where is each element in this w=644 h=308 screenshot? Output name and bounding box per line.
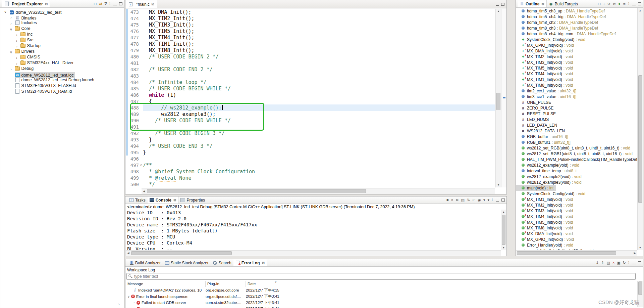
clear-log-icon[interactable]: ▤ <box>606 261 610 265</box>
code-line[interactable]: 492 /* USER CODE BEGIN 3 */ <box>126 130 495 136</box>
code-line[interactable]: 484 /* Infinite loop */ <box>126 79 495 85</box>
line-number[interactable]: 485 <box>128 86 140 91</box>
expander-icon[interactable]: ∨ <box>9 50 13 54</box>
line-number[interactable]: 497 <box>128 163 140 168</box>
outline-item[interactable]: RGB_buffur : uint16_t[] <box>516 134 637 139</box>
code-line[interactable]: 495 } <box>126 149 495 156</box>
tree-item[interactable]: › CMSIS <box>1 54 123 60</box>
column-header-date[interactable]: Date∨ <box>246 281 281 287</box>
outline-item[interactable]: hdma_tim5_ch4_trig : DMA_HandleTypeDef <box>516 14 637 19</box>
code-line[interactable]: 485 /* USER CODE BEGIN WHILE */ <box>126 85 495 92</box>
line-number[interactable]: 486 <box>128 92 140 98</box>
column-header-plugin[interactable]: Plug-in <box>206 281 246 287</box>
close-icon[interactable]: ⊠ <box>151 2 154 6</box>
code-text[interactable]: MX_TIM4_Init(); <box>143 34 495 41</box>
code-text[interactable]: } <box>143 149 495 156</box>
cursor-position-marker[interactable] <box>503 97 505 98</box>
outline-item[interactable]: MX_TIM1_Init(void) : void <box>516 196 637 202</box>
open-console-icon[interactable]: ▾ <box>487 198 489 202</box>
maximize-icon[interactable] <box>501 199 505 202</box>
export-log-icon[interactable]: ⇓ <box>596 261 599 265</box>
outline-item[interactable]: SystemClock_Config(void) : void <box>516 37 637 42</box>
minimize-icon[interactable] <box>496 199 499 202</box>
line-number[interactable]: 483 <box>128 73 140 79</box>
code-text[interactable]: * @retval None <box>143 175 495 181</box>
maximize-icon[interactable] <box>119 2 122 5</box>
log-message-cell[interactable]: Indexed 'uart4DMA1' (22 sources, 10 <box>126 287 206 294</box>
outline-item[interactable]: ws2812_example3(void) : void <box>516 179 637 185</box>
outline-item[interactable]: ws2812_example2(void) : void <box>516 174 637 179</box>
delete-log-icon[interactable]: × <box>612 261 614 265</box>
line-number[interactable]: 496 <box>128 156 140 162</box>
outline-item[interactable]: tim2_ccr1_value : uint32_t[] <box>516 88 637 94</box>
log-row[interactable]: › Failed to start GDB server com.st.stm3… <box>126 306 637 308</box>
expander-icon[interactable]: › <box>9 16 13 19</box>
outline-item[interactable]: Error_Handler(void) : void <box>516 242 637 248</box>
code-text[interactable]: MX_TIM8_Init(); <box>143 47 495 53</box>
outline-item[interactable]: MX_DMA_Init(void) : void <box>516 48 637 54</box>
tree-item[interactable]: dome_WS2812_led_test Debug.launch <box>1 77 123 83</box>
log-message-cell[interactable]: › Failed to start GDB server <box>126 306 206 308</box>
expander-icon[interactable]: › <box>14 56 19 60</box>
minimize-icon[interactable] <box>113 3 117 5</box>
minimize-icon[interactable] <box>632 3 636 5</box>
line-number[interactable]: 491 <box>128 124 140 130</box>
code-text[interactable]: MX_TIM3_Init(); <box>143 21 495 28</box>
filter-icon[interactable]: ∇ <box>105 2 107 6</box>
expander-icon[interactable]: ∨ <box>126 295 131 298</box>
code-text[interactable]: /* USER CODE BEGIN WHILE */ <box>143 85 495 92</box>
log-row[interactable]: ∨ Error in final launch sequence: org.ec… <box>126 294 637 300</box>
terminate-icon[interactable]: ■ <box>446 198 449 202</box>
outline-item[interactable]: LED_NUMS <box>516 117 637 122</box>
hide-fields-icon[interactable]: ⊘ <box>607 2 610 6</box>
fold-icon[interactable]: ⊖ <box>140 163 143 167</box>
code-line[interactable]: 474 MX_TIM2_Init(); <box>126 15 495 21</box>
line-number[interactable]: 476 <box>128 29 140 34</box>
expander-icon[interactable]: ∨ <box>9 28 13 31</box>
line-number[interactable]: 480 <box>128 54 140 59</box>
code-text[interactable] <box>143 73 495 79</box>
code-text[interactable]: /* USER CODE BEGIN 2 */ <box>143 53 495 60</box>
console-horizontal-scrollbar[interactable]: ◀ <box>126 250 501 256</box>
code-text[interactable] <box>143 124 495 130</box>
close-icon[interactable]: ⊠ <box>45 2 48 6</box>
code-text[interactable]: /* USER CODE BEGIN 3 */ <box>143 130 495 136</box>
close-icon[interactable]: ⊠ <box>541 2 544 6</box>
scroll-lock-icon[interactable]: ⇅ <box>467 198 470 202</box>
code-text[interactable]: MX_TIM1_Init(); <box>143 41 495 47</box>
tree-item[interactable]: › Startup <box>1 43 123 48</box>
line-number[interactable]: 487 <box>128 99 140 104</box>
code-line[interactable]: 475 MX_TIM3_Init(); <box>126 21 495 28</box>
code-text[interactable]: // ws2812_example(); <box>143 104 495 111</box>
code-line[interactable]: 493 } <box>126 136 495 143</box>
line-number[interactable]: 473 <box>128 9 140 15</box>
tree-item[interactable]: ∨ Drivers <box>1 48 123 54</box>
tree-item[interactable]: › Src <box>1 37 123 43</box>
code-line[interactable]: 496 <box>126 156 495 162</box>
view-menu-icon[interactable]: ⁞ <box>628 2 629 6</box>
display-selected-console-icon[interactable]: ▾ <box>483 198 485 202</box>
code-text[interactable]: ws2812_example3(); <box>143 111 495 117</box>
line-number[interactable]: 498 <box>128 169 140 174</box>
outline-item[interactable]: MX_GPIO_Init(void) : void <box>516 236 637 242</box>
tree-item[interactable]: ∨ Core <box>1 26 123 31</box>
view-menu-icon[interactable]: ⁞ <box>109 2 110 6</box>
outline-item[interactable]: MX_TIM3_Init(void) : void <box>516 208 637 214</box>
code-line[interactable]: 477 MX_TIM4_Init(); <box>126 34 495 41</box>
outline-item[interactable]: ZERO_PULSE <box>516 105 637 111</box>
code-text[interactable]: /* USER CODE END 2 */ <box>143 66 495 73</box>
close-icon[interactable]: ⊠ <box>262 261 264 265</box>
code-line[interactable]: 481 <box>126 60 495 66</box>
code-line[interactable]: 478 MX_TIM1_Init(); <box>126 41 495 47</box>
outline-horizontal-scrollbar[interactable]: ▶ <box>516 250 637 256</box>
code-text[interactable]: /* Infinite loop */ <box>143 79 495 85</box>
outline-item[interactable]: MX_TIM8_Init(void) : void <box>516 225 637 231</box>
code-line[interactable]: 480 /* USER CODE BEGIN 2 */ <box>126 53 495 60</box>
tree-item[interactable]: dome_WS2812_led_test.ioc <box>1 71 123 77</box>
view-menu-icon[interactable]: ⁞ <box>628 261 629 265</box>
link-with-editor-icon[interactable]: ∗ <box>623 2 626 6</box>
outline-item[interactable]: MX_TIM3_Init(void) : void <box>516 59 637 65</box>
column-header-message[interactable]: Message <box>126 281 206 287</box>
tree-item[interactable]: ∨ dome_WS2812_led_test <box>1 8 123 14</box>
outline-item[interactable]: RESET_PULSE <box>516 111 637 117</box>
